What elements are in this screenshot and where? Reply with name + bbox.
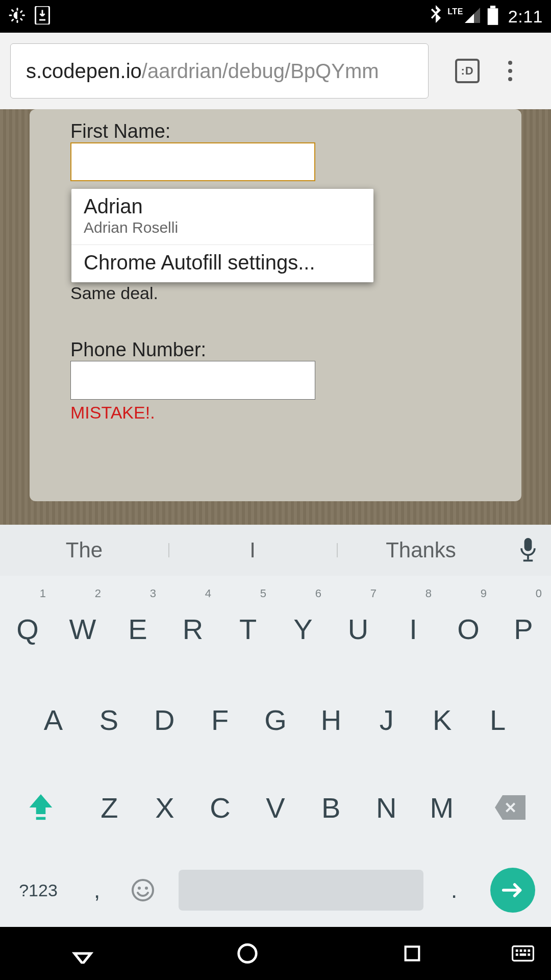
first-name-label: First Name:	[70, 120, 481, 142]
back-button[interactable]	[0, 943, 165, 964]
keyboard-row-3: Z X C V B N M ✕	[0, 764, 551, 851]
autofill-suggestion[interactable]: Adrian Adrian Roselli	[71, 189, 373, 244]
svg-rect-20	[520, 953, 527, 956]
key-u[interactable]: U7	[331, 582, 386, 676]
key-b[interactable]: B	[303, 764, 359, 851]
phone-number-label: Phone Number:	[70, 339, 481, 361]
url-host: s.codepen.io	[26, 60, 142, 83]
suggestion-2[interactable]: I	[168, 538, 337, 562]
svg-point-8	[133, 880, 153, 900]
shift-key[interactable]	[0, 764, 82, 851]
svg-rect-4	[524, 538, 532, 551]
lte-indicator: LTE	[447, 7, 463, 16]
svg-rect-3	[488, 8, 498, 25]
page-background: First Name: Same deal. Phone Number: MIS…	[0, 109, 551, 526]
download-notification-icon	[35, 6, 50, 27]
soft-keyboard: The I Thanks Q1 W2 E3 R4 T5 Y6 U7 I8 O9 …	[0, 525, 551, 927]
phone-number-input[interactable]	[70, 361, 315, 400]
autofill-popup: Adrian Adrian Roselli Chrome Autofill se…	[71, 189, 373, 282]
android-nav-bar	[0, 927, 551, 980]
svg-point-9	[138, 887, 141, 890]
overflow-menu-button[interactable]	[498, 56, 522, 86]
key-l[interactable]: L	[470, 676, 525, 764]
svg-rect-2	[490, 6, 495, 8]
key-p[interactable]: P0	[496, 582, 551, 676]
svg-rect-16	[524, 949, 527, 952]
key-n[interactable]: N	[359, 764, 414, 851]
key-j[interactable]: J	[359, 676, 414, 764]
keyboard-row-4: ?123 , .	[0, 851, 551, 929]
key-a[interactable]: A	[26, 676, 81, 764]
svg-rect-6	[523, 559, 533, 561]
space-key[interactable]	[179, 870, 423, 911]
url-path: /aardrian/debug/BpQYmm	[142, 60, 379, 83]
key-k[interactable]: K	[414, 676, 470, 764]
bluetooth-icon	[429, 5, 442, 28]
svg-point-10	[145, 887, 148, 890]
battery-icon	[487, 6, 499, 27]
key-e[interactable]: E3	[110, 582, 165, 676]
svg-rect-18	[516, 953, 518, 956]
form-card: First Name: Same deal. Phone Number: MIS…	[30, 109, 521, 501]
recents-button[interactable]	[330, 943, 495, 964]
svg-rect-12	[406, 947, 419, 961]
key-d[interactable]: D	[137, 676, 192, 764]
key-r[interactable]: R4	[165, 582, 220, 676]
svg-rect-19	[528, 953, 530, 956]
tab-count: :D	[461, 64, 473, 78]
svg-rect-14	[516, 949, 518, 952]
autofill-settings-label: Chrome Autofill settings...	[84, 251, 361, 274]
brightness-icon	[8, 6, 27, 27]
key-x[interactable]: X	[137, 764, 193, 851]
first-name-input[interactable]	[70, 142, 315, 181]
key-s[interactable]: S	[81, 676, 137, 764]
svg-rect-7	[36, 817, 46, 820]
ime-switcher-button[interactable]	[495, 945, 551, 962]
keyboard-row-2: A S D F G H J K L	[0, 676, 551, 764]
key-c[interactable]: C	[192, 764, 248, 851]
key-w[interactable]: W2	[55, 582, 110, 676]
enter-key[interactable]	[474, 868, 551, 913]
key-m[interactable]: M	[414, 764, 469, 851]
key-g[interactable]: G	[248, 676, 304, 764]
chrome-toolbar: s.codepen.io/aardrian/debug/BpQYmm :D	[0, 33, 551, 109]
status-clock: 2:11	[508, 7, 543, 27]
autofill-suggestion-secondary: Adrian Roselli	[84, 219, 361, 236]
key-y[interactable]: Y6	[276, 582, 331, 676]
tab-switcher-button[interactable]: :D	[455, 59, 480, 83]
phone-error-text: MISTAKE!.	[70, 403, 481, 423]
key-z[interactable]: Z	[82, 764, 137, 851]
svg-rect-5	[527, 555, 529, 559]
key-o[interactable]: O9	[441, 582, 496, 676]
autofill-suggestion-primary: Adrian	[84, 195, 361, 218]
enter-icon	[490, 868, 535, 913]
backspace-key[interactable]: ✕	[469, 764, 551, 851]
suggestion-bar: The I Thanks	[0, 525, 551, 576]
backspace-icon: ✕	[495, 795, 525, 820]
keyboard-row-1: Q1 W2 E3 R4 T5 Y6 U7 I8 O9 P0	[0, 582, 551, 676]
key-h[interactable]: H	[303, 676, 359, 764]
key-f[interactable]: F	[192, 676, 248, 764]
voice-input-button[interactable]	[505, 538, 551, 562]
cell-signal-icon	[463, 6, 482, 27]
svg-rect-1	[39, 19, 45, 21]
key-i[interactable]: I8	[386, 582, 441, 676]
key-v[interactable]: V	[248, 764, 304, 851]
key-t[interactable]: T5	[220, 582, 276, 676]
symbols-key[interactable]: ?123	[0, 880, 77, 900]
comma-key[interactable]: ,	[77, 877, 117, 903]
autofill-settings-link[interactable]: Chrome Autofill settings...	[71, 245, 373, 282]
emoji-key[interactable]	[117, 878, 168, 902]
suggestion-1[interactable]: The	[0, 538, 168, 562]
key-q[interactable]: Q1	[0, 582, 55, 676]
url-bar[interactable]: s.codepen.io/aardrian/debug/BpQYmm	[10, 43, 429, 99]
svg-rect-17	[528, 949, 530, 952]
svg-point-11	[239, 945, 257, 963]
home-button[interactable]	[165, 942, 330, 965]
period-key[interactable]: .	[434, 877, 474, 903]
svg-rect-15	[520, 949, 522, 952]
help-text-same-deal: Same deal.	[70, 283, 481, 303]
android-status-bar: LTE 2:11	[0, 0, 551, 33]
suggestion-3[interactable]: Thanks	[337, 538, 505, 562]
